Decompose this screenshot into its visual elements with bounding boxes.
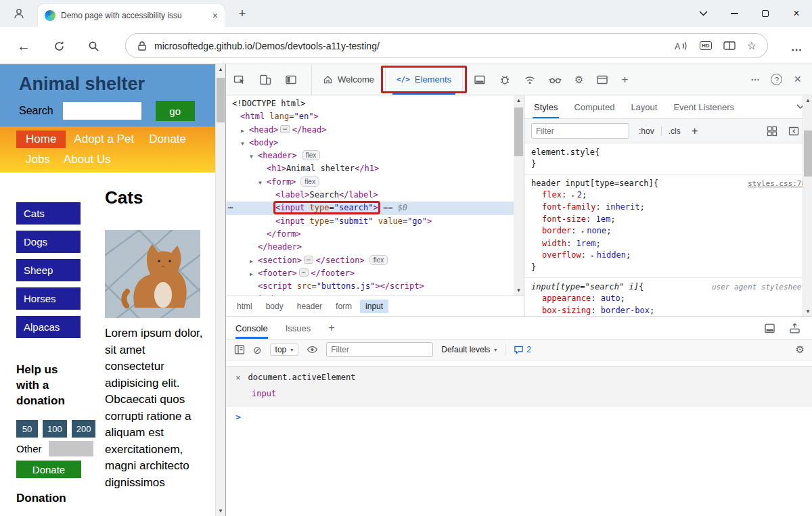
dom-node[interactable]: ▼<body> [226,137,514,149]
close-window-button[interactable]: × [781,0,812,27]
expand-arrow-icon[interactable]: ▶ [250,268,258,281]
read-aloud-icon[interactable]: A [674,41,688,51]
elements-scrollbar[interactable]: ▲ ▼ [514,95,524,296]
stylesheet-link[interactable]: styles.css:78 [742,178,806,189]
profile-button[interactable] [5,3,32,24]
go-button[interactable]: go [156,101,195,121]
tab-event-listeners[interactable]: Event Listeners [673,95,734,118]
back-button[interactable]: ← [16,38,32,54]
tab-console[interactable]: Console [235,317,268,339]
remove-live-expression-icon[interactable]: × [235,373,241,383]
tab-close-icon[interactable]: × [212,11,218,20]
console-prompt[interactable]: > [226,406,812,427]
rendering-emulation-icon[interactable] [767,126,777,137]
nav-item-donate[interactable]: Donate [149,133,186,146]
address-bar[interactable]: microsoftedge.github.io/Demos/devtools-a… [125,33,768,58]
scroll-down-icon[interactable]: ▼ [216,506,225,516]
console-settings-icon[interactable]: ⚙ [796,344,805,356]
css-property[interactable]: flex: ▸2; [531,189,806,202]
tab-issues[interactable]: Issues [286,317,311,339]
messages-count-badge[interactable]: 2 [514,345,531,354]
css-property[interactable]: box-sizing: border-box; [531,305,806,316]
nav-item-adopt-a-pet[interactable]: Adopt a Pet [74,133,134,146]
console-tool-icon[interactable] [474,74,486,86]
dom-node[interactable]: <script src="buttons.js"></script> [226,280,514,293]
css-property[interactable]: appearance: auto; [531,293,806,304]
console-sidebar-icon[interactable] [234,344,245,355]
refresh-button[interactable] [51,38,67,54]
favorites-star-icon[interactable]: ☆ [747,39,757,52]
nav-item-home[interactable]: Home [16,131,66,148]
dom-node[interactable]: ▼<form>flex [226,176,514,189]
category-button-cats[interactable]: Cats [16,202,81,225]
expand-shorthand-icon[interactable]: ▸ [591,252,594,259]
dom-node[interactable]: ▶<footer>⋯</footer> [226,267,514,280]
debugger-bug-icon[interactable] [499,74,511,86]
tab-actions-chevron-icon[interactable] [687,0,719,27]
scroll-up-icon[interactable]: ▲ [216,64,225,74]
dom-node[interactable]: <label>Search</label> [226,189,514,202]
donate-button[interactable]: Donate [16,461,81,478]
scroll-up-icon[interactable]: ▲ [514,95,524,105]
dom-node[interactable]: <!DOCTYPE html> [226,97,514,110]
live-expression-result[interactable]: input [252,389,276,398]
collapse-arrow-icon[interactable]: ▼ [241,137,249,150]
browser-tab[interactable]: Demo page with accessibility issu × [38,4,225,27]
tab-welcome[interactable]: Welcome [311,64,385,95]
nav-item-about-us[interactable]: About Us [64,153,111,166]
flex-badge[interactable]: flex [302,150,321,160]
live-expression-eye-icon[interactable] [307,345,318,354]
amount-button-200[interactable]: 200 [72,420,96,438]
styles-scrollbar[interactable]: ▲ ▼ [803,95,812,316]
category-button-sheep[interactable]: Sheep [16,259,81,281]
breadcrumb-item-html[interactable]: html [231,300,258,313]
breadcrumb-item-input[interactable]: input [360,300,388,313]
flex-badge[interactable]: flex [300,177,319,187]
inline-expand-icon[interactable]: ⋯ [304,256,313,264]
collapse-arrow-icon[interactable]: ▼ [258,177,267,189]
add-tool-icon[interactable]: + [621,73,628,87]
scroll-down-icon[interactable]: ▼ [514,285,524,296]
dom-node[interactable]: ⋯<input type="search"> == $0 [226,202,514,214]
category-button-dogs[interactable]: Dogs [16,231,81,253]
collapse-arrow-icon[interactable]: ▼ [250,150,258,163]
scrollbar-thumb[interactable] [804,131,812,177]
dock-side-icon[interactable] [284,73,298,87]
log-levels-selector[interactable]: Default levels ▾ [441,345,497,354]
css-property[interactable]: overflow: ▸hidden; [531,250,806,262]
vision-deficiencies-icon[interactable] [549,74,562,86]
dom-node[interactable]: </form> [226,228,514,241]
dom-node[interactable]: <input type="submit" value="go"> [226,215,514,228]
css-property[interactable]: width: 1rem; [531,238,806,250]
styles-filter-input[interactable] [531,123,629,139]
application-tool-icon[interactable] [596,74,608,86]
javascript-context-selector[interactable]: top ▾ [270,344,299,356]
scroll-down-icon[interactable]: ▼ [803,306,812,316]
inspect-element-icon[interactable] [233,73,246,87]
new-tab-button[interactable]: + [234,5,250,22]
dom-node[interactable]: <h1>Animal shelter</h1> [226,162,514,175]
live-expression-code[interactable]: document.activeElement [248,373,356,382]
inline-expand-icon[interactable]: ⋯ [299,268,309,277]
scrollbar-thumb[interactable] [514,108,523,156]
flex-badge[interactable]: flex [369,255,388,265]
tab-layout[interactable]: Layout [631,95,657,118]
breadcrumb-item-body[interactable]: body [261,300,289,313]
tab-styles[interactable]: Styles [534,95,558,118]
page-scrollbar[interactable]: ▲ ▼ [215,64,225,516]
inline-expand-icon[interactable]: ⋯ [280,125,290,133]
nav-item-jobs[interactable]: Jobs [26,153,50,166]
breadcrumb-item-form[interactable]: form [330,300,357,313]
settings-gear-icon[interactable]: ⚙ [574,74,583,86]
expand-shorthand-icon[interactable]: ▸ [571,192,574,199]
expand-drawer-icon[interactable] [789,323,800,334]
breadcrumb-item-header[interactable]: header [292,300,328,313]
category-button-alpacas[interactable]: Alpacas [16,316,81,338]
tab-elements[interactable]: </> Elements [385,64,463,95]
help-icon[interactable]: ? [771,74,782,85]
amount-button-50[interactable]: 50 [16,420,38,438]
computed-sidebar-toggle-icon[interactable] [788,126,799,137]
dom-node[interactable]: ▼<header>flex [226,149,514,162]
maximize-button[interactable] [750,0,781,27]
category-button-horses[interactable]: Horses [16,287,81,310]
